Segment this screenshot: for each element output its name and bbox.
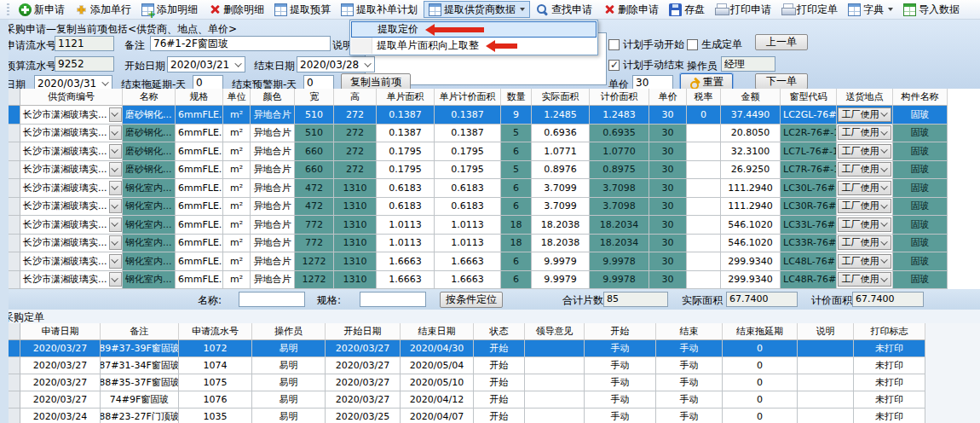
grid-cell[interactable]: 异地合片 [251,271,295,290]
grid-cell[interactable]: 1072 [179,340,252,357]
copy-current-button[interactable]: 复制当前项 [341,73,411,90]
manual-start-checkbox[interactable]: 计划手动开始 [608,38,684,52]
row-selector[interactable] [9,252,20,271]
grid-cell[interactable] [798,409,854,423]
grid-cell[interactable]: LC48L-76#... [781,252,837,271]
grid-cell[interactable]: LC30R-76#... [781,198,837,217]
grid-cell[interactable]: 0.1387 [377,106,435,125]
row-selector[interactable] [9,125,20,143]
column-header[interactable]: 单价 [649,89,687,106]
grid-cell[interactable]: 88#35-37F窗固玻 [101,374,179,391]
grid-cell[interactable]: 2020/03/27 [20,374,101,391]
grid-cell[interactable]: 30 [649,216,687,235]
toolbar-button-new-request[interactable]: 新申请 [14,1,69,18]
end-date-combo[interactable]: 2020/03/28 [297,56,375,72]
grid-cell[interactable]: 未打印 [854,391,925,409]
grid-cell[interactable]: 0.1795 [377,142,435,161]
grid-cell[interactable]: 30 [649,161,687,180]
grid-cell[interactable]: 2020/03/27 [326,374,401,391]
grid-cell[interactable]: 0.1387 [435,125,501,143]
grid-cell[interactable]: m² [223,252,251,271]
grid-cell[interactable]: 0.6936 [532,125,590,143]
grid-cell[interactable]: 6mmFLE... [176,161,223,180]
grid-cell[interactable]: 6 [501,198,532,217]
grid-cell[interactable]: 0 [723,391,798,409]
grid-cell[interactable]: 0 [723,409,798,423]
grid-cell[interactable]: 6 [501,142,532,161]
grid-cell[interactable]: 固玻 [893,179,948,198]
grid-cell[interactable]: 299.9340 [721,271,781,290]
grid-cell[interactable]: 固玻 [893,106,948,125]
grid-cell[interactable]: 6mmFLE... [176,235,223,253]
grid-cell[interactable]: 易明 [252,357,326,374]
grid-cell[interactable]: 未打印 [854,374,925,391]
delivery-combo[interactable]: 工厂使用 [838,144,891,159]
grid-cell[interactable]: 1310 [334,252,377,271]
spec-filter-input[interactable] [360,292,426,307]
note-input[interactable] [150,36,331,51]
grid-cell[interactable]: 手动 [585,357,656,374]
start-date-combo[interactable]: 2020/03/21 [167,56,245,72]
grid-cell[interactable]: 手动 [585,409,656,423]
grid-cell[interactable]: 510 [295,125,334,143]
grid-cell[interactable]: 1272 [295,252,334,271]
grid-cell[interactable]: 易明 [252,409,326,423]
grid-cell[interactable]: 18.2034 [590,216,649,235]
grid-cell[interactable]: 272 [334,125,377,143]
column-header[interactable]: 结束拖延期 [723,323,798,340]
toolbar-button-save[interactable]: 存盘 [665,1,709,18]
grid-cell[interactable]: 272 [334,106,377,125]
grid-cell[interactable]: 9.9979 [532,252,590,271]
grid-cell[interactable]: 工厂使用 [837,271,893,290]
grid-cell[interactable]: m² [223,142,251,161]
grid-cell[interactable]: 异地合片 [251,252,295,271]
grid-cell[interactable]: 1.0770 [590,142,649,161]
grid-cell[interactable]: 30 [649,198,687,217]
grid-cell[interactable]: 18 [501,235,532,253]
grid-cell[interactable]: 长沙市潇湘玻璃实... [20,125,123,143]
grid-cell[interactable]: 固玻 [893,216,948,235]
toolbar-button-add-row[interactable]: 添加单行 [71,1,135,18]
toolbar-button-extract-supplier-data[interactable]: 提取供货商数据 [424,1,530,18]
grid-cell[interactable]: 长沙市潇湘玻璃实... [20,235,123,253]
grid-cell[interactable]: 长沙市潇湘玻璃实... [20,106,123,125]
supplier-dropdown-button[interactable] [109,254,122,269]
grid-cell[interactable]: 0.1795 [435,161,501,180]
grid-cell[interactable]: 546.1020 [721,216,781,235]
supplier-dropdown-button[interactable] [109,235,122,250]
grid-cell[interactable]: 6mmFLE... [176,271,223,290]
grid-cell[interactable]: 固玻 [893,235,948,253]
column-header[interactable]: 状态 [474,323,525,340]
grid-cell[interactable]: 固玻 [893,142,948,161]
grid-cell[interactable]: 1310 [334,198,377,217]
grid-cell[interactable]: 0.8975 [590,161,649,180]
grid-cell[interactable]: 钢化室内... [123,235,176,253]
column-header[interactable]: 单位 [223,89,251,106]
grid-cell[interactable]: 固玻 [893,271,948,290]
grid-cell[interactable]: 6mmFLE... [176,198,223,217]
grid-cell[interactable]: 74#9F窗固玻 [101,391,179,409]
grid-cell[interactable]: 3.7098 [590,198,649,217]
grid-cell[interactable]: 26.9250 [721,161,781,180]
grid-cell[interactable]: 固玻 [893,198,948,217]
grid-cell[interactable]: 272 [334,161,377,180]
column-header[interactable]: 宽 [295,89,334,106]
grid-cell[interactable]: 0.6183 [377,179,435,198]
grid-cell[interactable]: 工厂使用 [837,106,893,125]
grid-cell[interactable]: 异地合片 [251,142,295,161]
grid-cell[interactable]: 30 [649,252,687,271]
grid-cell[interactable]: 6 [501,252,532,271]
grid-cell[interactable]: 1310 [334,271,377,290]
column-header[interactable]: 窗型代码 [781,89,837,106]
grid-cell[interactable]: 手动 [656,391,723,409]
budget-input[interactable] [55,56,114,72]
grid-cell[interactable]: 18.2034 [590,235,649,253]
grid-cell[interactable]: 20.8050 [721,125,781,143]
grid-cell[interactable]: 1075 [179,374,252,391]
grid-cell[interactable]: 6mmFLE... [176,142,223,161]
grid-cell[interactable]: 472 [295,198,334,217]
grid-cell[interactable]: 1.0113 [377,235,435,253]
menu-item-extract-pricing[interactable]: 提取定价 [351,21,597,38]
grid-cell[interactable]: 510 [295,106,334,125]
grid-cell[interactable]: 手动 [656,374,723,391]
